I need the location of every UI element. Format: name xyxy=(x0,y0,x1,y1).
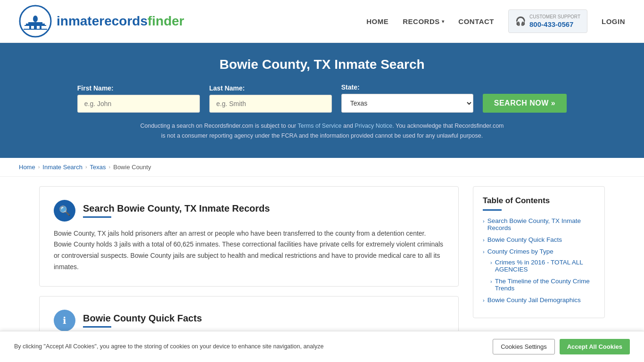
toc-link-demographics[interactable]: › Bowie County Jail Demographics xyxy=(483,296,595,304)
logo-text: inmaterecordsfinder xyxy=(57,14,184,29)
cookie-settings-button[interactable]: Cookies Settings xyxy=(493,339,555,354)
toc-item-3: › County Crimes by Type › Crimes % in 20… xyxy=(483,248,595,292)
svg-rect-7 xyxy=(40,25,41,29)
chevron-right-icon: › xyxy=(483,218,485,224)
toc-item-4: › Bowie County Jail Demographics xyxy=(483,296,595,304)
chevron-right-icon-4: › xyxy=(490,260,492,265)
privacy-link[interactable]: Privacy Notice xyxy=(355,123,392,129)
toc-item-1: › Search Bowie County, TX Inmate Records xyxy=(483,217,595,231)
toc-sub-item-1: › Crimes % in 2016 - TOTAL ALL AGENCIES xyxy=(490,259,595,273)
breadcrumb: Home › Inmate Search › Texas › Bowie Cou… xyxy=(0,158,644,177)
main-nav: HOME RECORDS ▾ CONTACT 🎧 CUSTOMER SUPPOR… xyxy=(366,9,625,33)
hero-disclaimer: Conducting a search on Recordsfinder.com… xyxy=(138,121,506,141)
toc-sub-item-2: › The Timeline of the County Crime Trend… xyxy=(490,278,595,292)
chevron-right-icon-6: › xyxy=(483,297,485,303)
last-name-input[interactable] xyxy=(209,95,332,113)
nav-records[interactable]: RECORDS ▾ xyxy=(403,17,444,25)
first-name-input[interactable] xyxy=(77,95,200,113)
search-circle-icon: 🔍 xyxy=(54,200,75,222)
breadcrumb-sep-1: › xyxy=(38,164,40,170)
cookie-text: By clicking "Accept All Cookies", you ag… xyxy=(14,342,323,351)
state-label: State: xyxy=(341,83,360,91)
breadcrumb-sep-2: › xyxy=(85,164,87,170)
toc-item-2: › Bowie County Quick Facts xyxy=(483,236,595,243)
chevron-right-icon-5: › xyxy=(490,279,492,284)
search-button[interactable]: SEARCH NOW » xyxy=(483,94,567,113)
hero-title: Bowie County, TX Inmate Search xyxy=(19,57,625,72)
toc-title: Table of Contents xyxy=(483,196,595,206)
toc-card: Table of Contents › Search Bowie County,… xyxy=(473,186,605,318)
section-search: 🔍 Search Bowie County, TX Inmate Records… xyxy=(39,186,459,287)
svg-rect-6 xyxy=(34,25,37,29)
search-form: First Name: Last Name: State: AlabamaAla… xyxy=(19,83,625,113)
first-name-group: First Name: xyxy=(77,84,200,113)
toc-list: › Search Bowie County, TX Inmate Records… xyxy=(483,217,595,304)
support-text: CUSTOMER SUPPORT 800-433-0567 xyxy=(529,14,580,29)
nav-login[interactable]: LOGIN xyxy=(602,17,625,25)
toc-link-timeline[interactable]: › The Timeline of the County Crime Trend… xyxy=(490,278,595,292)
toc-sub-list: › Crimes % in 2016 - TOTAL ALL AGENCIES … xyxy=(490,259,595,292)
first-name-label: First Name: xyxy=(77,84,114,92)
breadcrumb-inmate-search[interactable]: Inmate Search xyxy=(42,164,83,171)
toc-link-search[interactable]: › Search Bowie County, TX Inmate Records xyxy=(483,217,595,231)
info-circle-icon: ℹ xyxy=(54,310,75,331)
breadcrumb-sep-3: › xyxy=(109,164,111,170)
section-title-facts: Bowie County Quick Facts xyxy=(83,313,202,324)
state-group: State: AlabamaAlaskaArizonaArkansasCalif… xyxy=(341,83,473,113)
breadcrumb-current: Bowie County xyxy=(113,164,151,171)
svg-rect-2 xyxy=(28,22,42,24)
section-body-search: Bowie County, TX jails hold prisoners af… xyxy=(54,228,444,273)
toc-link-quick-facts[interactable]: › Bowie County Quick Facts xyxy=(483,236,595,243)
logo-icon xyxy=(19,5,52,38)
cookie-banner: By clicking "Accept All Cookies", you ag… xyxy=(0,331,644,362)
terms-link[interactable]: Terms of Service xyxy=(297,123,341,129)
svg-point-1 xyxy=(33,16,38,22)
chevron-right-icon-3: › xyxy=(483,249,485,255)
site-header: inmaterecordsfinder HOME RECORDS ▾ CONTA… xyxy=(0,0,644,43)
hero-section: Bowie County, TX Inmate Search First Nam… xyxy=(0,43,644,158)
toc-link-crimes-2016[interactable]: › Crimes % in 2016 - TOTAL ALL AGENCIES xyxy=(490,259,595,273)
chevron-down-icon: ▾ xyxy=(442,19,445,24)
title-underline-2 xyxy=(83,326,111,328)
svg-rect-5 xyxy=(29,25,31,29)
breadcrumb-home[interactable]: Home xyxy=(19,164,35,171)
customer-support-box: 🎧 CUSTOMER SUPPORT 800-433-0567 xyxy=(508,9,587,33)
breadcrumb-texas[interactable]: Texas xyxy=(90,164,106,171)
svg-rect-8 xyxy=(24,29,47,30)
state-select[interactable]: AlabamaAlaskaArizonaArkansasCaliforniaCo… xyxy=(341,94,473,113)
cookie-buttons: Cookies Settings Accept All Cookies xyxy=(493,339,630,354)
card-header-search: 🔍 Search Bowie County, TX Inmate Records xyxy=(54,200,444,222)
last-name-group: Last Name: xyxy=(209,84,332,113)
last-name-label: Last Name: xyxy=(209,84,245,92)
logo[interactable]: inmaterecordsfinder xyxy=(19,5,184,38)
nav-home[interactable]: HOME xyxy=(366,17,388,25)
svg-rect-3 xyxy=(26,24,45,25)
title-underline xyxy=(83,216,111,218)
toc-link-crimes-type[interactable]: › County Crimes by Type xyxy=(483,248,595,255)
section-title-search: Search Bowie County, TX Inmate Records xyxy=(83,203,270,214)
toc-underline xyxy=(483,209,502,211)
nav-contact[interactable]: CONTACT xyxy=(458,17,494,25)
card-header-facts: ℹ Bowie County Quick Facts xyxy=(54,310,444,331)
headset-icon: 🎧 xyxy=(515,16,526,26)
cookie-accept-button[interactable]: Accept All Cookies xyxy=(560,339,630,354)
chevron-right-icon-2: › xyxy=(483,237,485,243)
